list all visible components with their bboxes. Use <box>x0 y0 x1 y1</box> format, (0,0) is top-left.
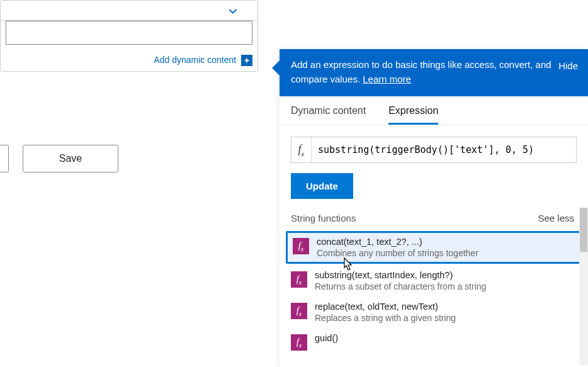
function-item[interactable]: fxreplace(text, oldText, newText)Replace… <box>280 296 588 328</box>
function-signature: substring(text, startIndex, length?) <box>315 270 486 280</box>
section-title: String functions <box>291 213 356 223</box>
scrollbar-thumb[interactable] <box>580 208 587 252</box>
function-text: substring(text, startIndex, length?)Retu… <box>315 270 486 291</box>
partial-button-edge <box>0 145 9 172</box>
update-button[interactable]: Update <box>291 173 353 199</box>
expression-input[interactable] <box>312 138 576 162</box>
function-list: fxconcat(text_1, text_2?, ...)Combines a… <box>280 231 588 356</box>
text-input-field[interactable] <box>6 21 252 45</box>
panel-header-text: Add an expression to do basic things lik… <box>291 59 551 84</box>
function-signature: guid() <box>315 333 338 343</box>
fx-icon: fx <box>291 137 312 162</box>
hide-button[interactable]: Hide <box>558 59 578 74</box>
save-button[interactable]: Save <box>23 145 118 172</box>
dropdown-field[interactable] <box>1 1 257 21</box>
form-container: Add dynamic content + <box>0 0 258 72</box>
panel-header: Add an expression to do basic things lik… <box>280 49 588 96</box>
fx-badge-icon: fx <box>291 271 307 288</box>
function-description: Combines any number of strings together <box>317 248 478 258</box>
expression-panel: Add an expression to do basic things lik… <box>280 49 588 367</box>
scrollbar[interactable] <box>579 208 588 365</box>
function-item[interactable]: fxguid() <box>280 328 588 356</box>
function-signature: replace(text, oldText, newText) <box>315 302 456 312</box>
expression-input-row: fx <box>291 137 577 163</box>
plus-icon[interactable]: + <box>241 55 252 66</box>
function-item[interactable]: fxsubstring(text, startIndex, length?)Re… <box>280 265 588 296</box>
learn-more-link[interactable]: Learn more <box>363 74 411 84</box>
tab-bar: Dynamic content Expression <box>280 96 588 125</box>
see-less-link[interactable]: See less <box>538 213 574 223</box>
function-text: concat(text_1, text_2?, ...)Combines any… <box>317 237 478 258</box>
function-text: replace(text, oldText, newText)Replaces … <box>315 302 456 323</box>
fx-badge-icon: fx <box>291 303 307 319</box>
fx-badge-icon: fx <box>291 334 307 351</box>
tab-expression[interactable]: Expression <box>388 105 438 125</box>
function-item[interactable]: fxconcat(text_1, text_2?, ...)Combines a… <box>286 231 582 264</box>
add-dynamic-content-link[interactable]: Add dynamic content <box>154 55 236 65</box>
tab-dynamic-content[interactable]: Dynamic content <box>291 105 366 125</box>
function-description: Replaces a string with a given string <box>315 313 456 323</box>
function-description: Returns a subset of characters from a st… <box>315 281 486 291</box>
function-signature: concat(text_1, text_2?, ...) <box>317 237 478 247</box>
function-text: guid() <box>315 333 338 343</box>
chevron-down-icon <box>226 4 240 21</box>
fx-badge-icon: fx <box>293 238 309 254</box>
